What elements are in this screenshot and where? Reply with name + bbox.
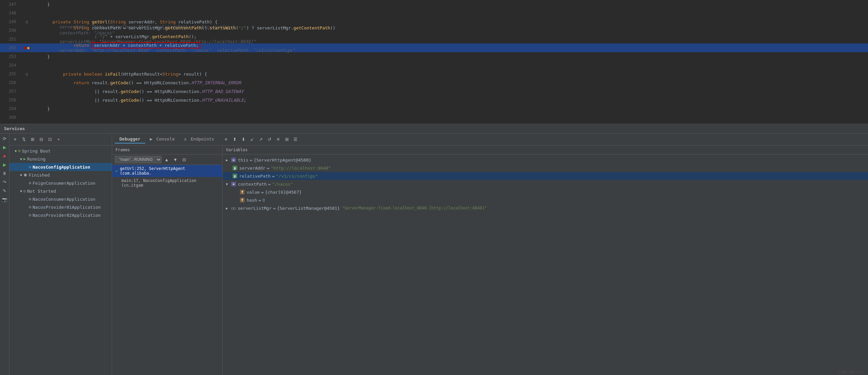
step-down-button[interactable]: ⬇	[240, 136, 247, 143]
settings-debug-button[interactable]: ≡	[222, 136, 229, 143]
breakpoint-icon: ●	[24, 45, 26, 50]
stop-button[interactable]: ■	[1, 152, 8, 160]
frame-filter-button[interactable]: ⊟	[180, 156, 188, 163]
step-out-button[interactable]: ↗	[257, 136, 265, 143]
debugger-panel: Debugger ▶ Console ⚓ Endpoints ≡ ⬆ ⬇ ↙ ↗…	[112, 133, 868, 375]
tree-item-nacos-config[interactable]: ▶ ⚙ NacosConfigApplication	[9, 163, 112, 171]
tree-arrow: ▼	[20, 189, 22, 193]
tree-label-running: Running	[27, 157, 45, 162]
list-view-button[interactable]: ☰	[292, 136, 299, 143]
frame-check-icon: ✔	[116, 168, 118, 173]
tab-debugger[interactable]: Debugger	[115, 135, 145, 144]
services-header: Services	[0, 124, 868, 133]
line-number: 258	[0, 98, 20, 102]
spring-icon: ⚙	[18, 149, 21, 153]
line-number: 260	[0, 115, 20, 120]
code-text: }	[33, 54, 868, 59]
line-number: 248	[0, 11, 20, 15]
tree-label-spring-boot: Spring Boot	[22, 149, 51, 154]
line-number: 256	[0, 80, 20, 85]
frame-item-main[interactable]: main:17, NacosConfigApplication (cn.itga…	[112, 177, 222, 189]
var-item-contextpath[interactable]: ▼ = contextPath = "/nacos"	[222, 180, 868, 188]
tree-item-feign-consumer[interactable]: ▶ ⚙ FeignConsumerApplication	[9, 179, 112, 187]
code-text: }	[33, 106, 868, 112]
tree-item-nacos-provider02[interactable]: ▶ ⚙ NacosProvider02Application	[9, 211, 112, 219]
line-number: 250	[0, 28, 20, 33]
line-number: 253	[0, 54, 20, 59]
app-icon: ⚙	[29, 164, 31, 169]
code-line-260: 260	[0, 113, 868, 122]
var-item-hash[interactable]: f hash = 0	[222, 196, 868, 204]
tree-item-spring-boot[interactable]: ▼ ⚙ Spring Boot	[9, 147, 112, 155]
code-editor: 247 } 248 249 @ private String getUrl(St…	[0, 0, 868, 124]
collapse-all-button[interactable]: ≡	[11, 136, 19, 143]
run-all-button[interactable]: ▶	[1, 144, 8, 151]
line-number: 247	[0, 2, 20, 7]
frames-panel: Frames "main"...RUNNING ▲ ▼ ⊟ ✔ getUr	[112, 146, 222, 375]
group-button[interactable]: ⊞	[29, 136, 36, 143]
line-number: 249	[0, 20, 20, 24]
line-gutter: ● ●	[20, 45, 33, 50]
services-title: Services	[4, 126, 25, 131]
var-item-serverlistmgr[interactable]: ▶ ○○ serverListMgr = {ServerListManager@…	[222, 204, 868, 212]
stop-debug-button[interactable]: ✕	[274, 136, 282, 143]
refresh-button[interactable]: ⟳	[1, 135, 8, 142]
line-number: 257	[0, 89, 20, 94]
variables-label: Variables	[226, 148, 248, 152]
var-item-serveraddr[interactable]: p serverAddr = "http://localhost:8848"	[222, 164, 868, 172]
line-number: 255	[0, 71, 20, 76]
line-number: 259	[0, 106, 20, 111]
tree-arrow: ▼	[20, 173, 22, 177]
filter-button[interactable]: ⊟	[37, 136, 45, 143]
tree-label-finished: Finished	[29, 173, 50, 178]
var-expand-arrow: ▶	[226, 207, 229, 210]
rerun-button[interactable]: ↺	[266, 136, 273, 143]
tree-label-not-started: Not Started	[27, 189, 56, 194]
tree-item-nacos-provider01[interactable]: ▶ ⚙ NacosProvider01Application	[9, 203, 112, 211]
tree-content: ▼ ⚙ Spring Boot ▼ ▶ Running ▶	[9, 146, 112, 375]
bookmark-icon: ●	[27, 45, 29, 50]
tree-label-nacos-provider01: NacosProvider01Application	[32, 205, 101, 210]
code-text: }	[33, 2, 868, 7]
table-view-button[interactable]: ⊞	[283, 136, 290, 143]
variable-list: ▶ = this = {ServerHttpAgent@4500} p serv…	[222, 155, 868, 375]
camera-button[interactable]: 📷	[1, 196, 8, 203]
tab-console[interactable]: ▶ Console	[145, 135, 179, 144]
tree-item-finished[interactable]: ▼ ⏹ Finished	[9, 171, 112, 179]
console-icon: ▶	[150, 136, 153, 142]
add-button[interactable]: +	[55, 136, 62, 143]
tab-endpoints[interactable]: ⚓ Endpoints	[179, 135, 219, 144]
finish-icon: ⏹	[24, 173, 27, 177]
frames-header: Frames	[112, 146, 222, 155]
frame-up-button[interactable]: ▲	[163, 156, 170, 163]
line-gutter: @	[20, 20, 33, 24]
frame-item-geturl[interactable]: ✔ getUrl:252, ServerHttpAgent (com.aliba…	[112, 165, 222, 177]
resume-button[interactable]: ▶	[1, 161, 8, 168]
code-line-252: 252 ● ● return serverAddr + contextPath …	[0, 43, 868, 52]
endpoints-icon: ⚓	[184, 136, 187, 142]
tree-item-not-started[interactable]: ▼ ◎ Not Started	[9, 187, 112, 195]
tree-item-nacos-consumer[interactable]: ▶ ⚙ NacosConsumerApplication	[9, 195, 112, 203]
tree-arrow: ▼	[20, 157, 22, 161]
var-item-value[interactable]: f value = {char[6]@4567}	[222, 188, 868, 196]
side-toolbar: ⟳ ▶ ■ ▶ ⏸ ↷ ✎ 📷	[0, 133, 9, 375]
pause-button[interactable]: ⏸	[1, 169, 8, 177]
expand-all-button[interactable]: ⇅	[20, 136, 27, 143]
step-up-button[interactable]: ⬆	[231, 136, 238, 143]
thread-select[interactable]: "main"...RUNNING	[115, 156, 162, 163]
var-item-this[interactable]: ▶ = this = {ServerHttpAgent@4500}	[222, 156, 868, 164]
var-icon-eq: =	[231, 158, 236, 162]
tree-item-running[interactable]: ▼ ▶ Running	[9, 155, 112, 163]
settings-button[interactable]: ⊡	[46, 136, 54, 143]
var-icon-eq: =	[231, 182, 236, 186]
var-expand-arrow: ▼	[226, 182, 229, 186]
var-icon-oo: ○○	[231, 206, 236, 211]
var-item-relativepath[interactable]: p relativePath = "/v1/cs/configs"	[222, 172, 868, 180]
edit-button[interactable]: ✎	[1, 187, 8, 194]
tree-label-nacos-provider02: NacosProvider02Application	[32, 213, 101, 218]
step-over-button[interactable]: ↷	[1, 178, 8, 186]
var-icon-f: f	[240, 190, 245, 194]
step-into-button[interactable]: ↙	[248, 136, 256, 143]
frame-down-button[interactable]: ▼	[172, 156, 179, 163]
line-number: 254	[0, 63, 20, 68]
